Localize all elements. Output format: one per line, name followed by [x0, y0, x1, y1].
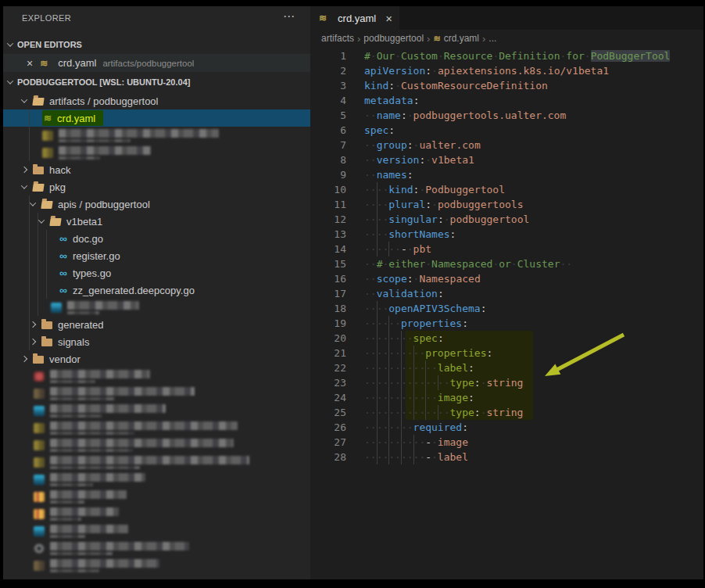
code-line-14[interactable]: 14······-·pbt: [310, 242, 703, 256]
code-line-28[interactable]: 28··········-·label: [310, 450, 703, 464]
code-line-26[interactable]: 26········required:: [310, 420, 703, 435]
line-number[interactable]: 14: [310, 242, 346, 256]
line-number[interactable]: 24: [310, 390, 346, 405]
tree-item-redacted[interactable]: [3, 144, 310, 161]
tree-item-redacted[interactable]: [3, 488, 310, 505]
line-number[interactable]: 22: [310, 360, 346, 375]
line-number[interactable]: 3: [310, 78, 346, 93]
code-line-17[interactable]: 17··validation:: [310, 286, 703, 301]
line-number[interactable]: 26: [310, 420, 346, 435]
tree-item-redacted[interactable]: [3, 557, 310, 574]
code-editor[interactable]: 1#·Our·Custom·Resource·Definition·for·Po…: [310, 47, 703, 464]
tree-item-hack[interactable]: hack: [3, 161, 310, 178]
line-number[interactable]: 25: [310, 405, 346, 420]
tree-item-redacted[interactable]: [3, 127, 310, 144]
tree-item-apis-podbuggertool[interactable]: apis / podbuggertool: [3, 195, 310, 213]
tree-item-vendor[interactable]: vendor: [3, 350, 310, 368]
code-line-7[interactable]: 7··group:·ualter.com: [310, 138, 703, 152]
tree-item-signals[interactable]: signals: [3, 333, 310, 350]
code-line-10[interactable]: 10····kind:·Podbuggertool: [310, 182, 703, 197]
code-line-3[interactable]: 3kind:·CustomResourceDefinition: [310, 78, 703, 93]
breadcrumb-item[interactable]: artifacts: [321, 33, 354, 44]
line-number[interactable]: 28: [310, 450, 346, 464]
line-number[interactable]: 10: [310, 182, 346, 197]
line-number[interactable]: 18: [310, 301, 346, 316]
line-number[interactable]: 16: [310, 271, 346, 286]
code-line-16[interactable]: 16··scope:·Namespaced: [310, 271, 703, 286]
chevron-down-icon[interactable]: [30, 199, 36, 206]
line-number[interactable]: 8: [310, 152, 346, 167]
code-line-5[interactable]: 5··name:·podbuggertools.ualter.com: [310, 108, 703, 123]
code-line-18[interactable]: 18····openAPIV3Schema:: [310, 301, 703, 316]
code-line-2[interactable]: 2apiVersion:·apiextensions.k8s.io/v1beta…: [310, 63, 703, 78]
tab-crd-yaml[interactable]: ≋ crd.yaml ×: [310, 6, 399, 30]
line-number[interactable]: 15: [310, 256, 346, 271]
tree-item-pkg[interactable]: pkg: [3, 178, 310, 195]
line-number[interactable]: 5: [310, 108, 346, 123]
line-number[interactable]: 4: [310, 93, 346, 108]
chevron-down-icon[interactable]: [21, 182, 27, 188]
tree-item-redacted[interactable]: [3, 402, 310, 419]
line-number[interactable]: 13: [310, 227, 346, 242]
line-number[interactable]: 7: [310, 138, 346, 152]
tree-item-doc-go[interactable]: ∞doc.go: [3, 230, 310, 247]
breadcrumb-item[interactable]: ...: [488, 33, 496, 44]
tree-item-redacted[interactable]: [3, 454, 310, 471]
code-line-4[interactable]: 4metadata:: [310, 93, 703, 108]
code-line-6[interactable]: 6spec:: [310, 123, 703, 138]
line-number[interactable]: 1: [310, 48, 346, 63]
tree-item-redacted[interactable]: [3, 436, 310, 454]
tree-item-crd-yaml[interactable]: ≋crd.yaml: [3, 109, 310, 127]
tree-item-redacted[interactable]: [3, 471, 310, 488]
line-number[interactable]: 21: [310, 346, 346, 360]
line-number[interactable]: 12: [310, 212, 346, 227]
code-line-13[interactable]: 13····shortNames:: [310, 227, 703, 242]
code-line-9[interactable]: 9··names:: [310, 167, 703, 182]
tree-item-redacted[interactable]: [3, 522, 310, 540]
project-section-header[interactable]: PODBUGGERTOOL [WSL: UBUNTU-20.04]: [3, 74, 310, 91]
open-editors-section-header[interactable]: OPEN EDITORS: [3, 36, 310, 53]
open-editor-item[interactable]: × ≋ crd.yaml artifacts/podbuggertool: [3, 54, 310, 72]
chevron-down-icon[interactable]: [38, 217, 45, 223]
close-icon[interactable]: ×: [27, 58, 33, 69]
code-line-19[interactable]: 19······properties:: [310, 316, 703, 331]
line-number[interactable]: 11: [310, 197, 346, 212]
tab-close-icon[interactable]: ×: [385, 12, 392, 25]
code-line-1[interactable]: 1#·Our·Custom·Resource·Definition·for·Po…: [310, 48, 703, 63]
more-actions-icon[interactable]: ⋯: [283, 9, 295, 23]
tree-item-redacted[interactable]: [3, 368, 310, 385]
tree-item-artifacts-podbuggertool[interactable]: artifacts / podbuggertool: [3, 92, 310, 109]
chevron-right-icon[interactable]: [21, 356, 27, 362]
breadcrumb-item[interactable]: crd.yaml: [444, 33, 479, 44]
tree-item-redacted[interactable]: [3, 419, 310, 436]
code-line-27[interactable]: 27··········-·image: [310, 435, 703, 450]
code-line-15[interactable]: 15··#·either·Namespaced·or·Cluster··: [310, 256, 703, 271]
code-line-12[interactable]: 12····singular:·podbuggertool: [310, 212, 703, 227]
code-line-11[interactable]: 11····plural:·podbuggertools: [310, 197, 703, 212]
line-number[interactable]: 17: [310, 286, 346, 301]
line-number[interactable]: 20: [310, 331, 346, 346]
line-number[interactable]: 19: [310, 316, 346, 331]
tree-item-generated[interactable]: generated: [3, 316, 310, 333]
chevron-right-icon[interactable]: [30, 321, 36, 328]
line-number[interactable]: 2: [310, 63, 346, 78]
tree-item-v1beta1[interactable]: v1beta1: [3, 213, 310, 230]
code-line-8[interactable]: 8··version:·v1beta1: [310, 152, 703, 167]
tree-item-register-go[interactable]: ∞register.go: [3, 247, 310, 264]
tree-item-redacted[interactable]: [3, 299, 310, 316]
code-line-23[interactable]: 23··············type:·string: [310, 375, 703, 390]
tree-item-types-go[interactable]: ∞types.go: [3, 264, 310, 281]
chevron-right-icon[interactable]: [30, 339, 36, 345]
tree-item-zz-generated-deepcopy-go[interactable]: ∞zz_generated.deepcopy.go: [3, 281, 310, 299]
chevron-right-icon[interactable]: [21, 167, 27, 173]
line-number[interactable]: 6: [310, 123, 346, 138]
tree-item-redacted[interactable]: [3, 540, 310, 557]
tree-item-redacted[interactable]: [3, 505, 310, 522]
chevron-down-icon[interactable]: [21, 96, 27, 102]
breadcrumb-item[interactable]: podbuggertool: [363, 33, 424, 44]
line-number[interactable]: 27: [310, 435, 346, 450]
line-number[interactable]: 23: [310, 375, 346, 390]
code-line-25[interactable]: 25··············type:·string: [310, 405, 703, 420]
line-number[interactable]: 9: [310, 167, 346, 182]
tree-item-redacted[interactable]: [3, 385, 310, 402]
